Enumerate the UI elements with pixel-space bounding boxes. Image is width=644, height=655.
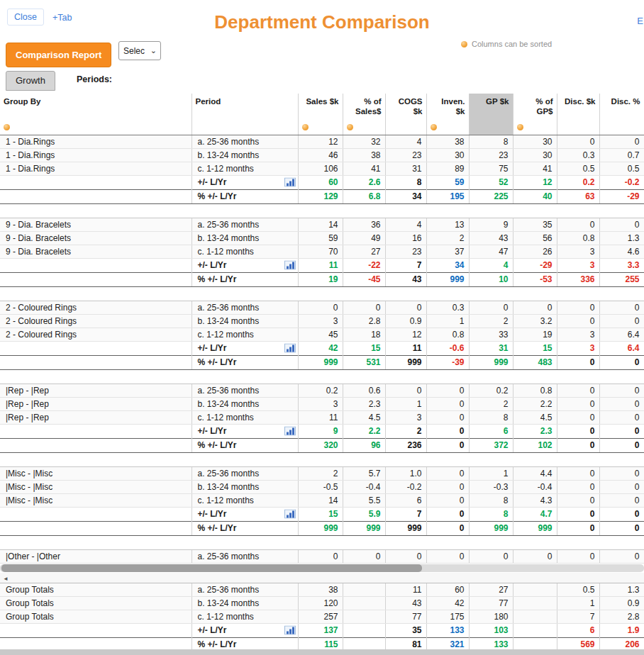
col-header-disc_pct[interactable]: Disc. % [599,94,644,135]
close-button[interactable]: Close [7,9,44,26]
mini-bar-chart-icon[interactable] [284,344,296,353]
value-cell: 1.3 [599,583,644,596]
value-cell: 0 [557,397,599,410]
value-cell: -0.2 [599,175,644,189]
value-cell: 0 [557,480,599,493]
tab-growth[interactable]: Growth [6,71,55,91]
value-cell: 38 [298,583,343,596]
delta-total-row: +/- L/Yr602.685952120.2-0.2 [0,175,644,189]
period-cell: b. 13-24 months [191,480,298,493]
mini-bar-chart-icon[interactable] [284,178,296,187]
mini-bar-chart-icon[interactable] [284,510,296,519]
value-cell: 11 [385,583,426,596]
group-spacer [0,203,644,218]
value-cell: 0 [557,410,599,424]
col-header-pct_gp[interactable]: % of GP$ [513,94,557,135]
value-cell: 43 [469,231,513,245]
value-cell: 102 [513,438,557,452]
value-cell: 0 [557,314,599,328]
mini-bar-chart-icon[interactable] [284,261,296,270]
period-cell: +/- L/Yr [191,258,298,272]
value-cell: 89 [426,162,469,175]
group-by-cell [0,424,191,438]
value-cell: 0 [426,384,469,397]
data-row: 2 - Coloured Ringsb. 13-24 months32.80.9… [0,314,644,328]
data-row: |Misc - |Miscc. 1-12 months145.56084.300 [0,493,644,507]
value-cell: 4.5 [513,410,557,424]
sort-dot-icon [461,41,467,47]
period-label: % +/- L/Yr [198,191,237,201]
periods-label: Periods: [77,74,112,84]
period-label: a. 25-36 months [198,552,260,561]
value-cell: 38 [343,148,385,162]
col-header-gp[interactable]: GP $k [469,94,513,135]
value-cell: 11 [298,258,343,272]
group-by-cell: Group Totals [0,610,191,623]
group-by-cell: |Misc - |Misc [0,480,191,493]
value-cell: 0 [599,384,644,397]
mini-bar-chart-icon[interactable] [284,626,296,635]
value-cell: 1.0 [385,466,426,480]
value-cell: 30 [426,148,469,162]
group-by-cell: Group Totals [0,583,191,596]
value-cell: 0 [599,507,644,521]
period-select[interactable]: Selec ⌄ [118,41,161,60]
add-tab-button[interactable]: +Tab [45,9,79,26]
value-cell: 14 [298,218,343,231]
h-scrollbar-track[interactable] [0,564,644,572]
comparison-report-button[interactable]: Comparison Report [6,43,111,67]
col-header-sales[interactable]: Sales $k [298,94,343,135]
period-cell: +/- L/Yr [191,507,298,521]
col-header-label: COGS $k [399,97,423,116]
period-label: b. 13-24 months [198,233,260,243]
scroll-left-icon[interactable]: ◄ [3,576,9,582]
group-by-cell [0,189,191,203]
col-header-period[interactable]: Period [191,94,298,135]
value-cell: -22 [343,258,385,272]
data-row: |Rep - |Repb. 13-24 months32.31022.200 [0,397,644,410]
value-cell: 236 [385,438,426,452]
value-cell: 1 [426,314,469,328]
col-header-inven[interactable]: Inven. $k [426,94,469,135]
h-scrollbar-thumb[interactable] [1,564,422,572]
value-cell: 14 [298,493,343,507]
period-label: a. 25-36 months [198,386,260,396]
value-cell: 1 [557,596,599,610]
data-row: 1 - Dia.Ringsa. 25-36 months123243883000 [0,135,644,148]
period-cell: c. 1-12 months [191,328,298,341]
export-link[interactable]: E [637,16,643,26]
value-cell: 0.8 [557,231,599,245]
group-by-cell: 1 - Dia.Rings [0,162,191,175]
period-label: c. 1-12 months [198,247,254,257]
value-cell: 59 [298,231,343,245]
col-header-group_by[interactable]: Group By [0,94,191,135]
col-header-pct_sales[interactable]: % of Sales$ [343,94,385,135]
value-cell: 41 [343,162,385,175]
group-by-cell: |Other - |Other [0,549,191,563]
value-cell: 7 [385,258,426,272]
period-cell: a. 25-36 months [191,384,298,397]
value-cell: -0.6 [426,341,469,355]
delta-total-row: +/- L/Yr155.97084.700 [0,507,644,521]
sort-dot-icon [4,124,10,130]
group-by-cell [0,438,191,452]
value-cell [513,623,557,637]
col-header-cogs[interactable]: COGS $k [385,94,426,135]
pct-total-row: % +/- L/Yr999531999-3999948300 [0,355,644,369]
value-cell: 19 [513,328,557,341]
col-header-disc_k[interactable]: Disc. $k [557,94,599,135]
value-cell: 0 [599,521,644,535]
value-cell: 999 [469,355,513,369]
value-cell: 120 [298,596,343,610]
value-cell: 0 [599,301,644,314]
col-header-label: Inven. $k [441,97,465,116]
value-cell: 42 [298,341,343,355]
value-cell: 2 [426,231,469,245]
value-cell: -0.4 [513,480,557,493]
col-header-label: Disc. $k [565,97,595,106]
value-cell: 0 [599,314,644,328]
value-cell [343,610,385,623]
chevron-down-icon: ⌄ [150,47,157,55]
mini-bar-chart-icon[interactable] [284,427,296,436]
value-cell: -0.4 [343,480,385,493]
